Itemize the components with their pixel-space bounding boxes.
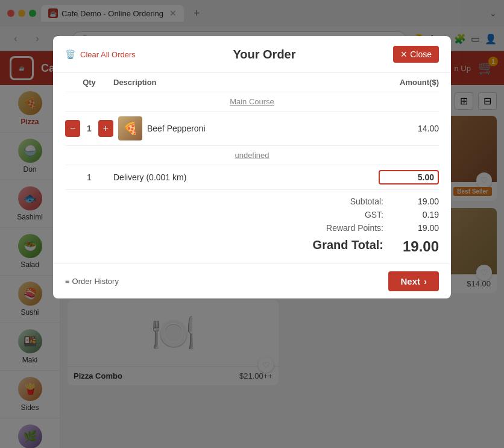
order-history-link[interactable]: ≡ Order History: [65, 277, 119, 286]
increase-qty-button[interactable]: +: [98, 120, 113, 137]
subtotal-value: 19.00: [391, 197, 439, 206]
reward-points-label: Reward Points:: [294, 223, 391, 233]
gst-label: GST:: [294, 210, 391, 219]
order-table: Qty Description Amount($) Main Course − …: [53, 73, 451, 263]
qty-value: 1: [83, 124, 96, 133]
grand-total-row: Grand Total: 19.00: [65, 235, 439, 259]
col-header-amount: Amount($): [379, 78, 439, 87]
grand-total-label: Grand Total:: [313, 238, 391, 255]
order-modal: 🗑️ Clear All Orders Your Order ✕ Close Q…: [53, 36, 451, 298]
order-history-label: Order History: [72, 277, 119, 286]
item-amount-beef-pepperoni: 14.00: [379, 124, 439, 133]
next-button[interactable]: Next ›: [388, 271, 439, 291]
table-header-row: Qty Description Amount($): [65, 73, 439, 92]
qty-controls: − 1 +: [65, 120, 113, 137]
delivery-desc: Delivery (0.001 km): [113, 172, 379, 182]
col-header-qty: Qty: [65, 78, 113, 87]
grand-total-value: 19.00: [391, 238, 439, 255]
item-desc-beef-pepperoni: Beef Pepperoni: [147, 124, 379, 133]
order-row-beef-pepperoni: − 1 + 🍕 Beef Pepperoni 14.00: [65, 112, 439, 146]
decrease-qty-button[interactable]: −: [65, 120, 80, 137]
modal-title: Your Order: [136, 48, 393, 62]
quantity-controls-beef-pepperoni: − 1 +: [65, 120, 113, 137]
modal-header: 🗑️ Clear All Orders Your Order ✕ Close: [53, 36, 451, 73]
close-label: Close: [410, 49, 432, 59]
totals-section: Subtotal: 19.00 GST: 0.19 Reward Points:…: [65, 190, 439, 263]
gst-value: 0.19: [391, 210, 439, 219]
item-thumbnail-beef-pepperoni: 🍕: [118, 116, 142, 140]
subtotal-label: Subtotal:: [294, 197, 391, 206]
reward-points-value: 19.00: [391, 223, 439, 233]
col-header-desc: Description: [113, 78, 379, 87]
clear-all-orders-button[interactable]: Clear All Orders: [80, 50, 136, 59]
trash-icon: 🗑️: [65, 49, 75, 59]
next-arrow-icon: ›: [424, 276, 427, 286]
subtotal-row: Subtotal: 19.00: [65, 195, 439, 208]
section-main-course: Main Course: [65, 92, 439, 112]
modal-header-left: 🗑️ Clear All Orders: [65, 49, 136, 59]
order-row-delivery: 1 Delivery (0.001 km) 5.00: [65, 165, 439, 190]
modal-footer: ≡ Order History Next ›: [53, 263, 451, 298]
order-history-icon: ≡: [65, 277, 70, 286]
reward-points-row: Reward Points: 19.00: [65, 221, 439, 235]
delivery-qty: 1: [65, 172, 113, 182]
close-x-icon: ✕: [400, 49, 408, 59]
gst-row: GST: 0.19: [65, 208, 439, 221]
section-undefined: undefined: [65, 146, 439, 165]
next-label: Next: [400, 276, 420, 286]
modal-overlay: 🗑️ Clear All Orders Your Order ✕ Close Q…: [0, 0, 504, 448]
close-modal-button[interactable]: ✕ Close: [393, 46, 439, 63]
item-thumbnail-image: 🍕: [118, 116, 142, 140]
delivery-amount: 5.00: [379, 170, 439, 185]
